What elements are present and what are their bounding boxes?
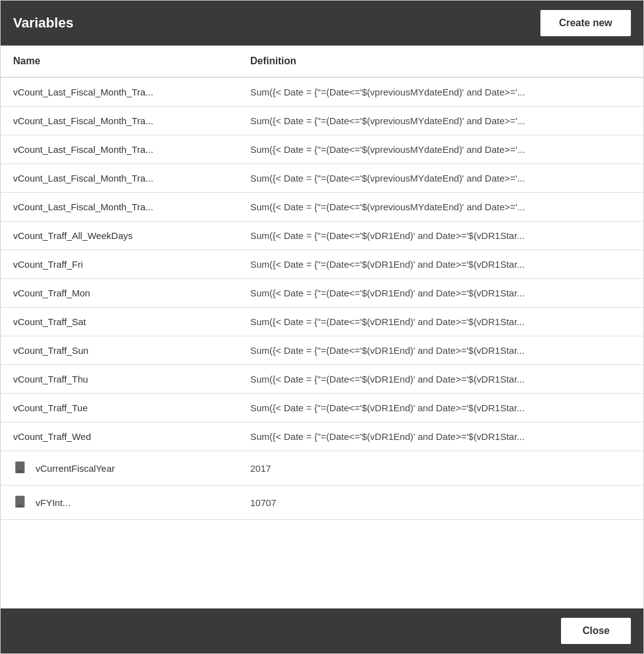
variable-definition-cell: Sum({< Date = {"=(Date<='$(vDR1End)' and… [238, 422, 643, 451]
table-row[interactable]: vCount_Traff_MonSum({< Date = {"=(Date<=… [1, 279, 643, 308]
table-row[interactable]: vCount_Traff_ThuSum({< Date = {"=(Date<=… [1, 365, 643, 394]
variable-definition-cell: Sum({< Date = {"=(Date<='$(vDR1End)' and… [238, 250, 643, 279]
variable-name-cell: vCount_Traff_Wed [1, 422, 238, 451]
variable-name-text: vCount_Traff_Fri [13, 259, 83, 270]
variable-definition-cell: Sum({< Date = {"=(Date<='$(vpreviousMYda… [238, 193, 643, 222]
variable-name-cell: vCount_Traff_Tue [1, 394, 238, 422]
variable-name-cell: vCount_Traff_Sat [1, 308, 238, 336]
variable-definition-cell: 2017 [238, 451, 643, 486]
variable-name-cell: vCurrentFiscalYear [1, 451, 238, 486]
variable-name-cell: vCount_Last_Fiscal_Month_Tra... [1, 107, 238, 135]
variable-name-cell: vCount_Traff_Sun [1, 336, 238, 365]
column-header-definition: Definition [238, 46, 643, 77]
table-row[interactable]: vCount_Traff_TueSum({< Date = {"=(Date<=… [1, 394, 643, 422]
variable-name-cell: vCount_Traff_Mon [1, 279, 238, 308]
variable-name-text: vCurrentFiscalYear [36, 463, 115, 474]
variable-name-cell: vCount_Last_Fiscal_Month_Tra... [1, 77, 238, 107]
variable-name-text: vCount_Last_Fiscal_Month_Tra... [13, 202, 154, 212]
variable-name-cell: vCount_Last_Fiscal_Month_Tra... [1, 193, 238, 222]
close-button[interactable]: Close [561, 618, 631, 644]
modal-footer: Close [1, 608, 643, 653]
table-row[interactable]: vFYInt...10707 [1, 486, 643, 520]
modal-title: Variables [13, 15, 74, 31]
modal-header: Variables Create new [1, 1, 643, 46]
variable-name-text: vCount_Traff_Mon [13, 288, 90, 298]
variables-table: Name Definition vCount_Last_Fiscal_Month… [1, 46, 643, 520]
variable-definition-cell: Sum({< Date = {"=(Date<='$(vDR1End)' and… [238, 365, 643, 394]
variable-name-text: vCount_Last_Fiscal_Month_Tra... [13, 87, 154, 97]
variable-name-cell: vCount_Last_Fiscal_Month_Tra... [1, 164, 238, 193]
table-row[interactable]: vCount_Last_Fiscal_Month_Tra...Sum({< Da… [1, 107, 643, 135]
variable-definition-cell: Sum({< Date = {"=(Date<='$(vDR1End)' and… [238, 394, 643, 422]
variable-name-cell: vCount_Last_Fiscal_Month_Tra... [1, 135, 238, 164]
table-row[interactable]: vCount_Traff_SatSum({< Date = {"=(Date<=… [1, 308, 643, 336]
variable-icon [13, 460, 29, 476]
variable-name-text: vCount_Last_Fiscal_Month_Tra... [13, 115, 154, 126]
table-header-row: Name Definition [1, 46, 643, 77]
column-header-name: Name [1, 46, 238, 77]
variable-name-cell: vCount_Traff_Fri [1, 250, 238, 279]
variable-name-text: vCount_Last_Fiscal_Month_Tra... [13, 173, 154, 183]
variable-name-text: vCount_Traff_Sun [13, 345, 89, 356]
variable-name-text: vCount_Traff_Sat [13, 316, 86, 327]
variable-definition-cell: Sum({< Date = {"=(Date<='$(vpreviousMYda… [238, 107, 643, 135]
variable-definition-cell: Sum({< Date = {"=(Date<='$(vpreviousMYda… [238, 164, 643, 193]
variable-name-cell: vFYInt... [1, 486, 238, 520]
variable-name-text: vCount_Traff_Wed [13, 431, 91, 442]
variable-name-text: vFYInt... [36, 497, 71, 508]
variable-definition-cell: Sum({< Date = {"=(Date<='$(vpreviousMYda… [238, 77, 643, 107]
table-row[interactable]: vCount_Last_Fiscal_Month_Tra...Sum({< Da… [1, 193, 643, 222]
table-row[interactable]: vCount_Last_Fiscal_Month_Tra...Sum({< Da… [1, 135, 643, 164]
variable-definition-cell: Sum({< Date = {"=(Date<='$(vDR1End)' and… [238, 279, 643, 308]
variable-definition-cell: Sum({< Date = {"=(Date<='$(vpreviousMYda… [238, 135, 643, 164]
table-row[interactable]: vCount_Traff_All_WeekDaysSum({< Date = {… [1, 222, 643, 250]
variable-definition-cell: Sum({< Date = {"=(Date<='$(vDR1End)' and… [238, 222, 643, 250]
variable-name-text: vCount_Traff_Thu [13, 374, 88, 384]
table-row[interactable]: vCurrentFiscalYear2017 [1, 451, 643, 486]
variable-name-text: vCount_Last_Fiscal_Month_Tra... [13, 144, 154, 155]
variable-name-text: vCount_Traff_Tue [13, 403, 88, 413]
create-new-button[interactable]: Create new [540, 10, 631, 36]
table-container: Name Definition vCount_Last_Fiscal_Month… [1, 46, 643, 608]
variable-name-cell: vCount_Traff_Thu [1, 365, 238, 394]
variable-name-text: vCount_Traff_All_WeekDays [13, 230, 132, 241]
variables-modal: Variables Create new Name Definition vCo… [0, 0, 644, 654]
table-row[interactable]: vCount_Last_Fiscal_Month_Tra...Sum({< Da… [1, 164, 643, 193]
variable-name-cell: vCount_Traff_All_WeekDays [1, 222, 238, 250]
table-row[interactable]: vCount_Last_Fiscal_Month_Tra...Sum({< Da… [1, 77, 643, 107]
variable-definition-cell: Sum({< Date = {"=(Date<='$(vDR1End)' and… [238, 336, 643, 365]
table-row[interactable]: vCount_Traff_SunSum({< Date = {"=(Date<=… [1, 336, 643, 365]
variable-definition-cell: Sum({< Date = {"=(Date<='$(vDR1End)' and… [238, 308, 643, 336]
variable-definition-cell: 10707 [238, 486, 643, 520]
table-row[interactable]: vCount_Traff_FriSum({< Date = {"=(Date<=… [1, 250, 643, 279]
table-row[interactable]: vCount_Traff_WedSum({< Date = {"=(Date<=… [1, 422, 643, 451]
variable-icon [13, 494, 29, 510]
